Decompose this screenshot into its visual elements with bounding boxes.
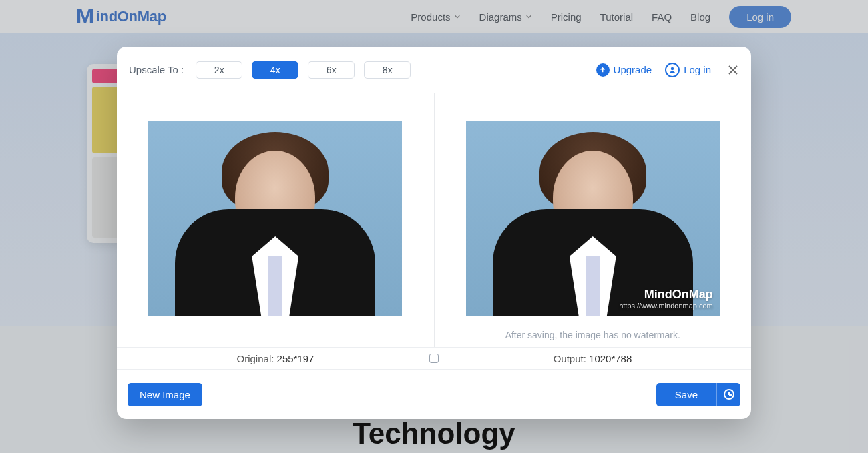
original-pane: [117, 93, 434, 347]
modal-login-label: Log in: [684, 64, 711, 75]
upgrade-label: Upgrade: [614, 64, 652, 75]
scale-button-group: 2x 4x 6x 8x: [196, 61, 411, 79]
new-image-button[interactable]: New Image: [128, 383, 202, 406]
clock-icon: [724, 389, 734, 400]
output-image: MindOnMap https://www.mindonmap.com: [466, 121, 720, 316]
compare-area: MindOnMap https://www.mindonmap.com Afte…: [117, 93, 751, 347]
technology-heading: Technology: [0, 417, 868, 450]
upscaler-modal: Upscale To : 2x 4x 6x 8x Upgrade Log in: [117, 47, 751, 419]
upscale-to-label: Upscale To :: [129, 64, 184, 75]
upload-up-icon: [596, 63, 610, 77]
watermark-brand: MindOnMap: [619, 288, 713, 302]
save-button-group: Save: [656, 383, 740, 406]
output-watermark: MindOnMap https://www.mindonmap.com: [619, 288, 713, 310]
scale-4x-button[interactable]: 4x: [252, 61, 298, 79]
save-history-button[interactable]: [716, 383, 740, 406]
user-icon: [665, 63, 680, 77]
save-button[interactable]: Save: [656, 383, 716, 406]
original-image: [148, 121, 402, 316]
scale-2x-button[interactable]: 2x: [196, 61, 242, 79]
svg-point-0: [671, 67, 674, 69]
original-dimensions: Original: 255*197: [117, 353, 434, 364]
output-dimensions: Output: 1020*788: [434, 353, 751, 364]
dimensions-row: Original: 255*197 Output: 1020*788: [117, 347, 751, 370]
upgrade-link[interactable]: Upgrade: [596, 63, 652, 77]
modal-footer: New Image Save: [117, 370, 751, 419]
modal-header: Upscale To : 2x 4x 6x 8x Upgrade Log in: [117, 47, 751, 93]
watermark-url: https://www.mindonmap.com: [619, 302, 713, 310]
scale-8x-button[interactable]: 8x: [364, 61, 411, 79]
modal-login-link[interactable]: Log in: [665, 63, 711, 77]
close-icon[interactable]: [727, 64, 739, 76]
output-pane: MindOnMap https://www.mindonmap.com Afte…: [435, 93, 752, 347]
compare-toggle-icon[interactable]: [429, 354, 439, 363]
scale-6x-button[interactable]: 6x: [308, 61, 355, 79]
watermark-hint: After saving, the image has no watermark…: [505, 330, 680, 340]
